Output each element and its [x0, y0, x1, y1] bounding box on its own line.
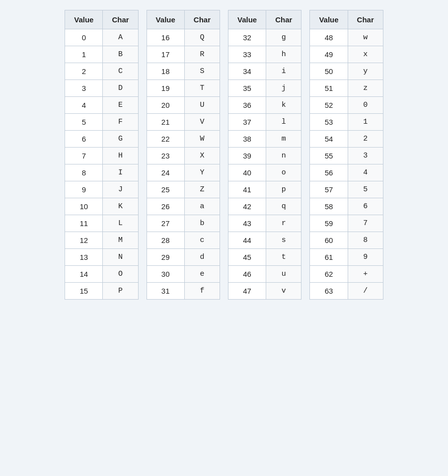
header-char: Char	[348, 10, 383, 29]
value-cell: 17	[147, 46, 184, 63]
table-row: 28c	[147, 232, 220, 249]
char-cell: U	[184, 97, 220, 114]
value-cell: 51	[310, 80, 348, 97]
table-row: 49x	[310, 46, 383, 63]
char-cell: w	[348, 29, 383, 46]
value-cell: 19	[147, 80, 184, 97]
char-cell: u	[266, 266, 301, 283]
value-cell: 49	[310, 46, 348, 63]
char-cell: 1	[348, 114, 383, 131]
table-row: 47v	[228, 283, 301, 300]
table-row: 23X	[147, 148, 220, 164]
value-cell: 47	[228, 283, 266, 300]
char-cell: 2	[348, 131, 383, 148]
table-row: 619	[310, 249, 383, 266]
char-cell: I	[103, 164, 138, 181]
char-cell: Z	[184, 181, 220, 198]
value-cell: 3	[65, 80, 103, 97]
char-cell: t	[266, 249, 301, 266]
char-cell: K	[103, 198, 138, 215]
table-row: 553	[310, 148, 383, 164]
table-row: 21V	[147, 114, 220, 131]
value-cell: 39	[228, 148, 266, 164]
char-cell: J	[103, 181, 138, 198]
value-cell: 54	[310, 131, 348, 148]
char-cell: X	[184, 148, 220, 164]
table-row: 45t	[228, 249, 301, 266]
table-row: 608	[310, 232, 383, 249]
value-cell: 16	[147, 29, 184, 46]
value-cell: 40	[228, 164, 266, 181]
table-row: 4E	[65, 97, 138, 114]
value-cell: 13	[65, 249, 103, 266]
value-cell: 46	[228, 266, 266, 283]
table-row: 9J	[65, 181, 138, 198]
table-row: 44s	[228, 232, 301, 249]
char-cell: S	[184, 63, 220, 80]
value-cell: 59	[310, 215, 348, 232]
table-row: 24Y	[147, 164, 220, 181]
char-cell: f	[184, 283, 220, 300]
char-cell: 4	[348, 164, 383, 181]
table-row: 25Z	[147, 181, 220, 198]
table-row: 16Q	[147, 29, 220, 46]
value-cell: 22	[147, 131, 184, 148]
value-cell: 23	[147, 148, 184, 164]
char-cell: A	[103, 29, 138, 46]
char-cell: F	[103, 114, 138, 131]
char-cell: N	[103, 249, 138, 266]
value-cell: 12	[65, 232, 103, 249]
value-cell: 37	[228, 114, 266, 131]
table-row: 38m	[228, 131, 301, 148]
value-cell: 55	[310, 148, 348, 164]
value-cell: 35	[228, 80, 266, 97]
char-cell: Y	[184, 164, 220, 181]
value-cell: 32	[228, 29, 266, 46]
char-cell: d	[184, 249, 220, 266]
value-cell: 58	[310, 198, 348, 215]
table-row: 8I	[65, 164, 138, 181]
char-cell: V	[184, 114, 220, 131]
value-cell: 11	[65, 215, 103, 232]
value-cell: 28	[147, 232, 184, 249]
table-row: 42q	[228, 198, 301, 215]
table-row: 520	[310, 97, 383, 114]
table-row: 11L	[65, 215, 138, 232]
value-cell: 48	[310, 29, 348, 46]
char-cell: c	[184, 232, 220, 249]
char-cell: n	[266, 148, 301, 164]
value-cell: 60	[310, 232, 348, 249]
char-cell: Q	[184, 29, 220, 46]
char-cell: a	[184, 198, 220, 215]
table-row: 32g	[228, 29, 301, 46]
value-cell: 29	[147, 249, 184, 266]
value-cell: 63	[310, 283, 348, 300]
value-cell: 7	[65, 148, 103, 164]
table-row: 51z	[310, 80, 383, 97]
table-row: 50y	[310, 63, 383, 80]
char-cell: 7	[348, 215, 383, 232]
value-cell: 57	[310, 181, 348, 198]
table-row: 10K	[65, 198, 138, 215]
value-cell: 5	[65, 114, 103, 131]
char-cell: 3	[348, 148, 383, 164]
char-cell: T	[184, 80, 220, 97]
value-cell: 8	[65, 164, 103, 181]
table-row: 33h	[228, 46, 301, 63]
table-row: 20U	[147, 97, 220, 114]
table-row: 0A	[65, 29, 138, 46]
value-cell: 15	[65, 283, 103, 300]
value-cell: 36	[228, 97, 266, 114]
value-cell: 61	[310, 249, 348, 266]
header-char: Char	[184, 10, 220, 29]
value-cell: 4	[65, 97, 103, 114]
value-cell: 0	[65, 29, 103, 46]
value-cell: 20	[147, 97, 184, 114]
header-char: Char	[103, 10, 138, 29]
table-row: 564	[310, 164, 383, 181]
char-cell: 6	[348, 198, 383, 215]
table-4: ValueChar48w49x50y51z5205315425535645755…	[309, 10, 383, 300]
table-row: 6G	[65, 131, 138, 148]
value-cell: 53	[310, 114, 348, 131]
char-cell: +	[348, 266, 383, 283]
